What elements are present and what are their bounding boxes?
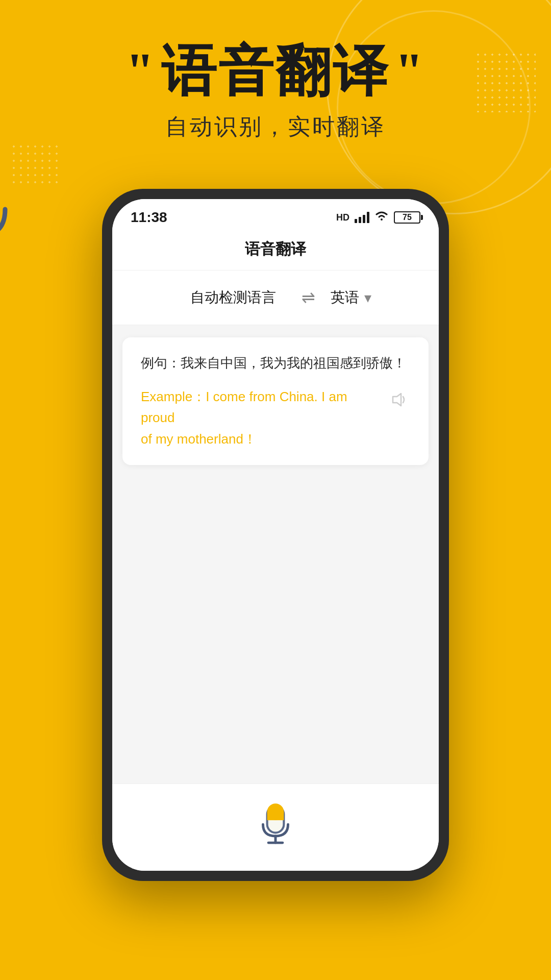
- hero-section: " 语音翻译 " 自动识别，实时翻译: [0, 0, 551, 162]
- dropdown-arrow-icon: ▾: [364, 289, 371, 306]
- status-time: 11:38: [131, 209, 167, 226]
- main-title: " 语音翻译 ": [31, 41, 520, 102]
- wifi-icon: [374, 210, 389, 225]
- target-language-button[interactable]: 英语 ▾: [331, 288, 371, 307]
- status-bar: 11:38 HD: [112, 199, 439, 231]
- side-mic-decoration: [0, 163, 15, 245]
- app-title: 语音翻译: [245, 240, 306, 257]
- mic-record-button[interactable]: [253, 799, 298, 845]
- language-selector[interactable]: 自动检测语言 ⇌ 英语 ▾: [112, 271, 439, 325]
- signal-bar-1: [355, 219, 357, 223]
- bottom-mic-area: [112, 783, 439, 871]
- speaker-icon[interactable]: [388, 388, 410, 411]
- phone-screen: 11:38 HD: [112, 199, 439, 871]
- quote-open-icon: ": [126, 45, 156, 96]
- title-text: 语音翻译: [161, 41, 390, 102]
- phone-frame: 11:38 HD: [102, 189, 449, 881]
- translated-line1: Example：I come from China. I am proud: [141, 389, 347, 426]
- battery-level: 75: [403, 213, 412, 222]
- source-language-button[interactable]: 自动检测语言: [180, 283, 286, 312]
- svg-rect-10: [267, 812, 284, 820]
- signal-bar-4: [367, 212, 369, 223]
- language-swap-button[interactable]: ⇌: [302, 288, 315, 307]
- app-header: 语音翻译: [112, 231, 439, 271]
- quote-close-icon: ": [395, 45, 425, 96]
- signal-bar-3: [363, 215, 365, 223]
- main-content-area: [112, 477, 439, 783]
- phone-outer-shell: 11:38 HD: [102, 189, 449, 881]
- hd-label: HD: [336, 212, 349, 223]
- translated-text: Example：I come from China. I am proud of…: [141, 386, 380, 450]
- svg-marker-5: [393, 394, 401, 406]
- translation-area: 例句：我来自中国，我为我的祖国感到骄傲！ Example：I come from…: [122, 337, 429, 465]
- translated-line2: of my motherland！: [141, 431, 257, 447]
- battery-icon: 75: [394, 211, 420, 224]
- subtitle-text: 自动识别，实时翻译: [31, 112, 520, 142]
- status-icons: HD 75: [336, 210, 420, 225]
- signal-bar-2: [359, 217, 361, 223]
- source-text: 例句：我来自中国，我为我的祖国感到骄傲！: [141, 353, 410, 374]
- signal-icon: [355, 212, 369, 223]
- translated-text-row: Example：I come from China. I am proud of…: [141, 386, 410, 450]
- target-language-label: 英语: [331, 288, 359, 307]
